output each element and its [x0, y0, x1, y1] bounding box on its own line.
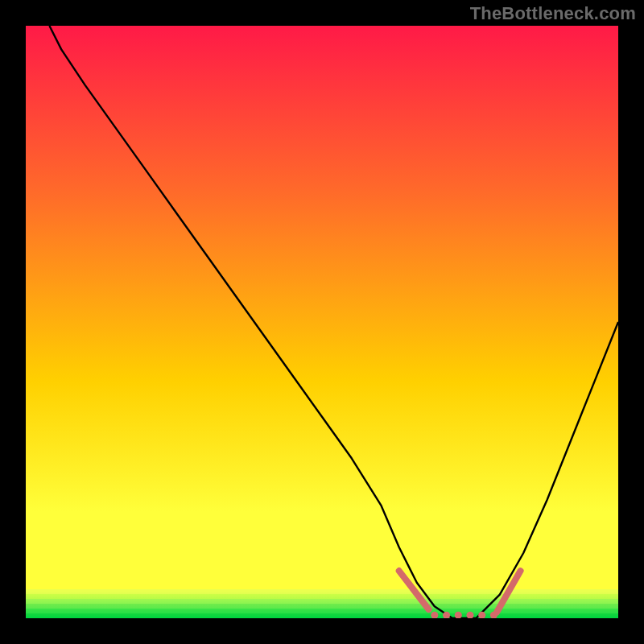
plot-area: [26, 26, 618, 618]
svg-rect-4: [26, 609, 618, 613]
watermark-text: TheBottleneck.com: [470, 3, 636, 24]
svg-rect-5: [26, 613, 618, 618]
svg-rect-2: [26, 599, 618, 604]
svg-rect-0: [26, 589, 618, 594]
svg-rect-1: [26, 594, 618, 599]
gradient-background: [26, 26, 618, 618]
bottom-stripes: [26, 589, 618, 618]
chart-svg: [26, 26, 618, 618]
svg-rect-3: [26, 604, 618, 609]
chart-frame: TheBottleneck.com: [0, 0, 644, 644]
